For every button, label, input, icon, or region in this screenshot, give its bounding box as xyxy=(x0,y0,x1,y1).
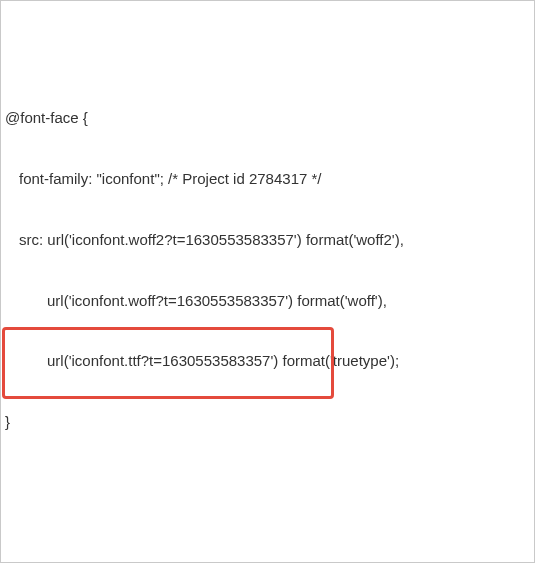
code-line: @font-face { xyxy=(5,108,526,128)
fontface-rule: @font-face { font-family: "iconfont"; /*… xyxy=(5,68,526,473)
code-line: url('iconfont.ttf?t=1630553583357') form… xyxy=(5,351,526,371)
code-line: src: url('iconfont.woff2?t=1630553583357… xyxy=(5,230,526,250)
code-line: font-family: "iconfont"; /* Project id 2… xyxy=(5,169,526,189)
code-line: } xyxy=(5,412,526,432)
code-document: @font-face { font-family: "iconfont"; /*… xyxy=(0,0,535,563)
iconfont-rule: .iconfont { font-family: "iconfont" !imp… xyxy=(5,552,526,564)
code-comment: /* Project id 2784317 */ xyxy=(168,170,321,187)
code-line: url('iconfont.woff?t=1630553583357') for… xyxy=(5,291,526,311)
